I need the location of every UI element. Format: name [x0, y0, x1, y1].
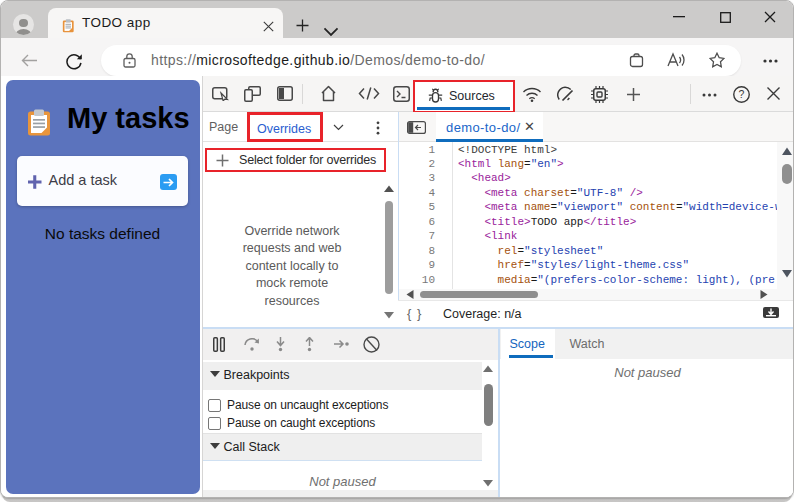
svg-text:?: ?	[739, 88, 745, 100]
